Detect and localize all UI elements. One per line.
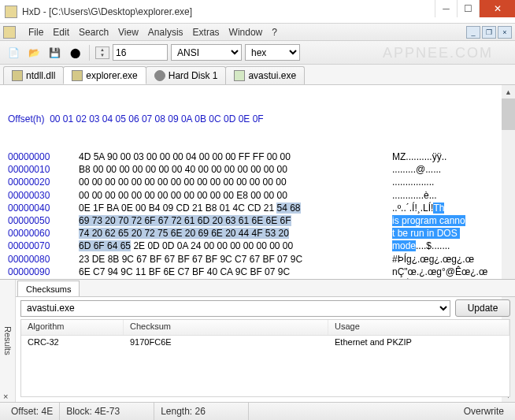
checksums-tab[interactable]: Checksums (17, 281, 80, 296)
mdi-restore-button[interactable]: ❐ (482, 26, 496, 39)
status-offset: Offset: 4E (5, 403, 60, 420)
col-checksum[interactable]: Checksum (124, 320, 328, 335)
results-close-icon[interactable]: × (3, 392, 8, 401)
status-length: Length: 26 (154, 403, 249, 420)
results-label[interactable]: Results (0, 280, 16, 402)
scroll-up-icon[interactable]: ▲ (502, 85, 515, 98)
menu-file[interactable]: File (24, 27, 48, 38)
menu-analysis[interactable]: Analysis (143, 27, 188, 38)
width-spinner[interactable]: ▲▼ (95, 46, 109, 59)
status-block: Block: 4E-73 (60, 403, 154, 420)
menu-search[interactable]: Search (74, 27, 113, 38)
tab-harddisk[interactable]: Hard Disk 1 (146, 66, 227, 84)
encoding-select[interactable]: ANSI (171, 44, 242, 61)
hex-header: Offset(h) 00 01 02 03 04 05 06 07 08 09 … (8, 113, 507, 125)
toolbar: 📄 📂 💾 ⬤ ▲▼ ANSI hex (0, 41, 515, 65)
disk-button[interactable]: ⬤ (66, 44, 83, 61)
menu-edit[interactable]: Edit (48, 27, 74, 38)
new-button[interactable]: 📄 (5, 44, 22, 61)
checksum-file-select[interactable]: avastui.exe (20, 300, 450, 317)
tab-avastui[interactable]: avastui.exe (225, 66, 305, 84)
base-select[interactable]: hex (245, 44, 300, 61)
table-row[interactable]: CRC-32 9170FC6E Ethernet and PKZIP (21, 336, 509, 351)
hex-view[interactable]: Offset(h) 00 01 02 03 04 05 06 07 08 09 … (0, 85, 515, 279)
app-small-icon (3, 26, 16, 39)
mdi-close-button[interactable]: × (498, 26, 512, 39)
results-pane: Results Checksums avastui.exe Update Alg… (0, 279, 515, 402)
tabbar: ntdll.dll explorer.exe Hard Disk 1 avast… (0, 65, 515, 85)
mdi-minimize-button[interactable]: _ (466, 26, 480, 39)
app-icon (5, 6, 17, 18)
save-button[interactable]: 💾 (46, 44, 63, 61)
col-usage[interactable]: Usage (328, 320, 509, 335)
tab-explorer[interactable]: explorer.exe (63, 66, 146, 84)
menu-help[interactable]: ? (267, 27, 282, 38)
status-mode: Overwrite (458, 403, 510, 420)
col-algorithm[interactable]: Algorithm (21, 320, 124, 335)
titlebar: HxD - [C:\Users\G\Desktop\explorer.exe] … (0, 0, 515, 24)
minimize-button[interactable]: ─ (435, 0, 457, 17)
menubar: File Edit Search View Analysis Extras Wi… (0, 24, 515, 41)
statusbar: Offset: 4E Block: 4E-73 Length: 26 Overw… (0, 402, 515, 420)
update-button[interactable]: Update (455, 299, 510, 317)
checksum-table: Algorithm Checksum Usage CRC-32 9170FC6E… (20, 319, 510, 397)
menu-view[interactable]: View (113, 27, 143, 38)
window-buttons: ─ ☐ ✕ (435, 0, 515, 23)
close-button[interactable]: ✕ (479, 0, 515, 17)
menu-extras[interactable]: Extras (188, 27, 224, 38)
width-input[interactable] (113, 44, 168, 61)
window-title: HxD - [C:\Users\G\Desktop\explorer.exe] (22, 6, 435, 17)
scroll-thumb[interactable] (502, 98, 515, 130)
maximize-button[interactable]: ☐ (457, 0, 479, 17)
tab-ntdll[interactable]: ntdll.dll (3, 66, 64, 84)
open-button[interactable]: 📂 (25, 44, 43, 61)
menu-window[interactable]: Window (224, 27, 268, 38)
